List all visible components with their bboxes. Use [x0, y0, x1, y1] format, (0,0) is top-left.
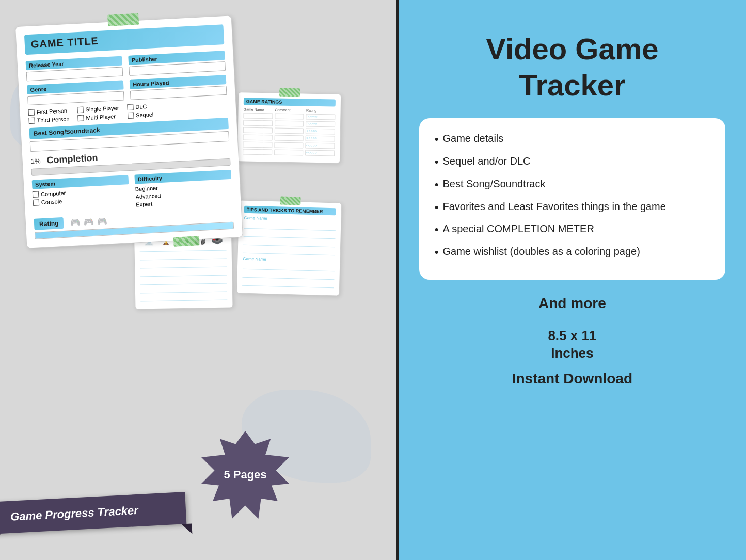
multi-player-checkbox[interactable] — [77, 115, 84, 122]
sequel-checkbox[interactable] — [128, 112, 134, 119]
bullet-4: • — [435, 200, 439, 216]
game-line-2[interactable] — [140, 253, 227, 261]
cell-4[interactable] — [275, 121, 304, 127]
tips-card: TIPS AND TRICKS TO REMEMBER Game Name Ga… — [236, 200, 342, 296]
bullet-1: • — [435, 132, 439, 148]
sequel-item[interactable]: Sequel — [128, 111, 154, 119]
dlc-item[interactable]: DLC — [127, 103, 153, 111]
multi-player-label: Multi Player — [86, 113, 116, 121]
right-panel: Video Game Tracker • Game details • Sequ… — [399, 0, 746, 560]
third-person-item[interactable]: Third Person — [28, 116, 70, 124]
tips-line-7[interactable] — [242, 280, 334, 289]
perspective-group: First Person Third Person — [28, 107, 69, 124]
feature-3: • Best Song/Soundtrack — [435, 177, 710, 193]
game-line-6[interactable] — [140, 286, 227, 294]
table-row: ○○○○○ — [243, 141, 335, 149]
cell-2[interactable] — [275, 114, 304, 120]
size-info: 8.5 x 11Inches — [548, 327, 596, 362]
feature-text-4: Favorites and Least Favorites things in … — [442, 199, 665, 214]
instant-download: Instant Download — [512, 371, 632, 387]
cell-9[interactable] — [243, 141, 272, 148]
ratings-title: GAME RATINGS — [244, 98, 336, 106]
banner: Game Progress Tracker — [0, 492, 186, 534]
tips-title: TIPS AND TRICKS TO REMEMBER — [244, 206, 336, 216]
table-row: ○○○○○ — [243, 134, 335, 141]
left-panel: GAME TITLE Release Year Publisher Genre … — [0, 0, 396, 560]
controller-icon-1: 🎮 — [70, 217, 81, 228]
system-options: Computer Console — [33, 186, 130, 206]
rating-label: Rating — [34, 217, 64, 230]
tips-line-5[interactable] — [243, 263, 335, 272]
right-title: Video Game Tracker — [486, 31, 658, 103]
cell-8[interactable] — [274, 135, 304, 141]
cell-7[interactable] — [243, 134, 273, 140]
ratings-tape — [279, 88, 300, 97]
banner-text: Game Progress Tracker — [10, 504, 139, 523]
game-line-5[interactable] — [140, 278, 227, 285]
tips-line-6[interactable] — [242, 271, 334, 280]
completion-label: Completion — [46, 152, 98, 166]
multi-player-item[interactable]: Multi Player — [77, 113, 119, 121]
feature-5: • A special COMPLETION METER — [435, 221, 710, 238]
computer-label: Computer — [41, 190, 66, 198]
first-person-label: First Person — [36, 107, 67, 115]
controller-icon-3: 🎮 — [97, 216, 107, 226]
tracker-card: GAME TITLE Release Year Publisher Genre … — [15, 15, 243, 248]
cell-11[interactable] — [243, 149, 272, 155]
col-rating: Rating — [306, 109, 336, 113]
tips-line-2[interactable] — [244, 231, 336, 239]
cell-12[interactable] — [274, 149, 304, 155]
feature-6: • Game wishlist (doubles as a coloring p… — [435, 244, 710, 261]
hours-played-group: Hours Played — [130, 75, 227, 100]
game-line-4[interactable] — [140, 269, 227, 277]
tips-game-name-label-2: Game Name — [243, 257, 335, 264]
cell-3[interactable] — [243, 120, 273, 126]
title-line1: Video Game — [486, 32, 658, 66]
publisher-group: Publisher — [128, 51, 226, 76]
tips-line-3[interactable] — [243, 239, 335, 248]
game-line-7[interactable] — [140, 294, 227, 302]
bullet-6: • — [435, 245, 439, 261]
table-row: ○○○○○ — [243, 120, 335, 127]
controller-icons: 🎮 🎮 🎮 — [70, 216, 107, 228]
game-line-3[interactable] — [140, 261, 227, 269]
ratings-card: GAME RATINGS Game Name Comment Rating ○○… — [237, 92, 341, 163]
single-player-item[interactable]: Single Player — [77, 105, 119, 113]
cell-5[interactable] — [243, 127, 273, 133]
dlc-checkbox[interactable] — [127, 104, 134, 111]
feature-text-5: A special COMPLETION METER — [442, 221, 594, 236]
console-label: Console — [41, 198, 62, 205]
difficulty-options: Beginner Advanced Expert — [135, 181, 233, 208]
single-player-checkbox[interactable] — [77, 107, 84, 114]
feature-2: • Sequel and/or DLC — [435, 154, 710, 170]
tips-game-name-label: Game Name — [244, 216, 336, 223]
computer-checkbox[interactable] — [33, 191, 39, 198]
feature-4: • Favorites and Least Favorites things i… — [435, 199, 710, 216]
size-text: 8.5 x 11Inches — [548, 328, 596, 361]
starburst: 5 Pages — [201, 431, 289, 519]
bullet-2: • — [435, 154, 439, 170]
col-comment: Comment — [275, 108, 304, 113]
bullet-3: • — [435, 177, 439, 193]
cell-6[interactable] — [274, 128, 304, 134]
tape-bottom — [173, 236, 200, 247]
third-person-checkbox[interactable] — [28, 118, 35, 124]
tips-line-1[interactable] — [244, 222, 336, 231]
bullet-5: • — [435, 222, 439, 238]
first-person-item[interactable]: First Person — [28, 107, 69, 116]
cell-1[interactable] — [243, 113, 273, 119]
table-row: ○○○○○ — [243, 149, 335, 156]
cell-10[interactable] — [274, 142, 304, 149]
feature-text-1: Game details — [442, 131, 503, 146]
player-mode-group: Single Player Multi Player — [77, 105, 119, 121]
sequel-label: Sequel — [136, 111, 154, 118]
first-person-checkbox[interactable] — [28, 109, 35, 116]
system-difficulty-section: System Computer Console Difficulty Begin… — [32, 170, 233, 215]
extras-group: DLC Sequel — [127, 103, 154, 119]
tips-line-4[interactable] — [243, 247, 335, 256]
console-checkbox[interactable] — [33, 199, 40, 206]
features-box: • Game details • Sequel and/or DLC • Bes… — [419, 118, 725, 280]
and-more: And more — [538, 295, 606, 312]
difficulty-group: Difficulty Beginner Advanced Expert — [134, 170, 232, 210]
starburst-text: 5 Pages — [224, 468, 266, 483]
